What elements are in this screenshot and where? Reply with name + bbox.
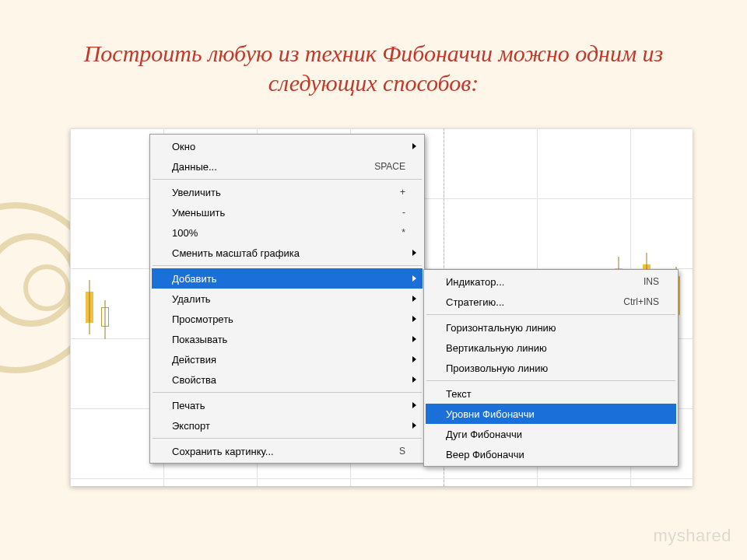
- watermark: myshared: [653, 526, 731, 546]
- menu-separator: [153, 265, 422, 266]
- add-submenu-item-стратегию[interactable]: Стратегию...Ctrl+INS: [426, 292, 676, 312]
- context-menu-item-100[interactable]: 100%*: [152, 222, 423, 243]
- menu-separator: [426, 380, 675, 381]
- menu-item-shortcut: +: [400, 187, 405, 198]
- menu-separator: [153, 438, 422, 439]
- submenu-arrow-icon: [412, 356, 416, 362]
- context-menu-item-показывать[interactable]: Показывать: [152, 329, 423, 349]
- add-submenu[interactable]: Индикатор...INSСтратегию...Ctrl+INSГориз…: [423, 269, 679, 467]
- menu-item-label: Печать: [172, 400, 405, 411]
- menu-separator: [153, 179, 422, 180]
- menu-item-label: Добавить: [172, 273, 405, 285]
- add-submenu-item-дуги-фибоначчи[interactable]: Дуги Фибоначчи: [426, 424, 676, 444]
- menu-separator: [426, 314, 675, 315]
- menu-item-label: Веер Фибоначчи: [446, 449, 659, 460]
- menu-item-shortcut: *: [402, 227, 405, 238]
- context-menu-item-данные[interactable]: Данные...SPACE: [152, 156, 423, 177]
- submenu-arrow-icon: [412, 143, 416, 149]
- submenu-arrow-icon: [412, 402, 416, 408]
- context-menu-item-свойства[interactable]: Свойства: [152, 369, 423, 390]
- menu-item-shortcut: INS: [644, 276, 659, 287]
- menu-item-label: Данные...: [172, 161, 374, 173]
- submenu-arrow-icon: [412, 296, 416, 302]
- menu-item-label: Показывать: [172, 334, 405, 345]
- menu-item-shortcut: SPACE: [374, 161, 405, 172]
- menu-item-label: Свойства: [172, 374, 405, 386]
- menu-item-label: Индикатор...: [446, 276, 644, 288]
- menu-item-label: Уменьшить: [172, 207, 402, 219]
- menu-item-label: Текст: [446, 388, 659, 400]
- add-submenu-item-произвольную-линию[interactable]: Произвольную линию: [426, 358, 676, 378]
- submenu-arrow-icon: [412, 336, 416, 342]
- context-menu-item-сменить-масштаб-графика[interactable]: Сменить масштаб графика: [152, 243, 423, 263]
- context-menu-item-окно[interactable]: Окно: [152, 136, 423, 156]
- slide-title: Построить любую из техник Фибоначчи можн…: [47, 39, 700, 97]
- menu-item-label: Экспорт: [172, 420, 405, 432]
- submenu-arrow-icon: [412, 422, 416, 429]
- menu-item-label: Сменить масштаб графика: [172, 247, 405, 259]
- context-menu-item-увеличить[interactable]: Увеличить+: [152, 182, 423, 202]
- context-menu-item-сохранить-картинку[interactable]: Сохранить картинку...S: [152, 441, 423, 461]
- submenu-arrow-icon: [412, 250, 416, 256]
- menu-separator: [153, 392, 422, 393]
- menu-item-label: Стратегию...: [446, 296, 623, 308]
- menu-item-label: Уровни Фибоначчи: [446, 408, 659, 420]
- decor-ring: [23, 264, 70, 311]
- context-menu[interactable]: ОкноДанные...SPACEУвеличить+Уменьшить-10…: [149, 134, 425, 464]
- add-submenu-item-вертикальную-линию[interactable]: Вертикальную линию: [426, 338, 676, 358]
- submenu-arrow-icon: [412, 275, 416, 282]
- add-submenu-item-веер-фибоначчи[interactable]: Веер Фибоначчи: [426, 444, 676, 464]
- context-menu-item-удалить[interactable]: Удалить: [152, 289, 423, 309]
- menu-item-label: Вертикальную линию: [446, 342, 659, 354]
- context-menu-item-печать[interactable]: Печать: [152, 395, 423, 415]
- menu-item-label: 100%: [172, 227, 402, 239]
- context-menu-item-уменьшить[interactable]: Уменьшить-: [152, 202, 423, 222]
- add-submenu-item-уровни-фибоначчи[interactable]: Уровни Фибоначчи: [426, 404, 676, 424]
- context-menu-item-действия[interactable]: Действия: [152, 349, 423, 369]
- menu-item-label: Окно: [172, 141, 405, 152]
- menu-item-label: Увеличить: [172, 187, 400, 198]
- menu-item-shortcut: Ctrl+INS: [623, 296, 659, 307]
- candlestick: [101, 307, 109, 327]
- menu-item-label: Сохранить картинку...: [172, 446, 399, 457]
- submenu-arrow-icon: [412, 376, 416, 383]
- menu-item-shortcut: -: [402, 207, 405, 218]
- menu-item-label: Дуги Фибоначчи: [446, 429, 659, 440]
- candlestick: [86, 292, 93, 323]
- menu-item-label: Горизонтальную линию: [446, 322, 659, 334]
- menu-item-label: Действия: [172, 354, 405, 366]
- menu-item-label: Просмотреть: [172, 313, 405, 325]
- submenu-arrow-icon: [412, 316, 416, 322]
- menu-item-label: Удалить: [172, 293, 405, 305]
- context-menu-item-экспорт[interactable]: Экспорт: [152, 415, 423, 436]
- context-menu-item-добавить[interactable]: Добавить: [152, 268, 423, 289]
- add-submenu-item-индикатор[interactable]: Индикатор...INS: [426, 271, 676, 292]
- menu-item-label: Произвольную линию: [446, 362, 659, 374]
- add-submenu-item-текст[interactable]: Текст: [426, 383, 676, 404]
- add-submenu-item-горизонтальную-линию[interactable]: Горизонтальную линию: [426, 317, 676, 338]
- context-menu-item-просмотреть[interactable]: Просмотреть: [152, 309, 423, 329]
- menu-item-shortcut: S: [399, 446, 405, 457]
